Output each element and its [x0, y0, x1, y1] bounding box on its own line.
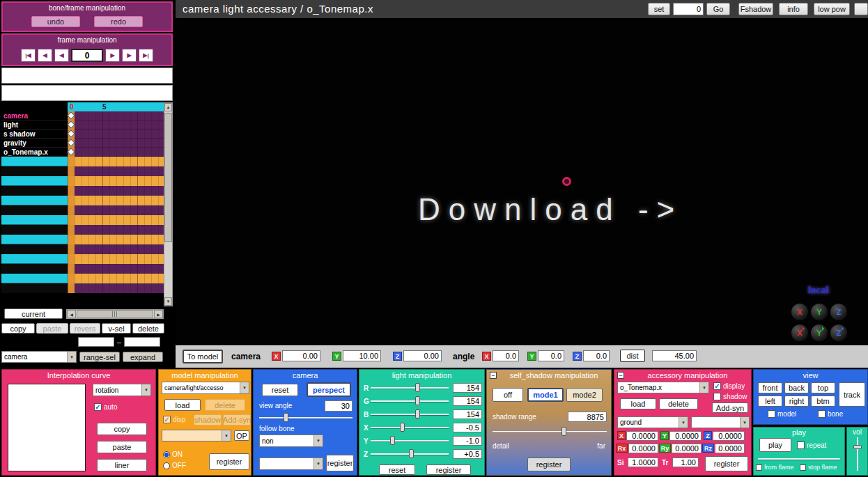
shadow-mode1-button[interactable]: mode1: [527, 388, 564, 402]
follow-bone-select[interactable]: non ▼: [259, 435, 323, 447]
v-sel-button[interactable]: v-sel: [102, 323, 131, 334]
accessory-add-syn-button[interactable]: Add-syn: [712, 402, 748, 413]
move-z-axis-icon[interactable]: Z: [830, 324, 847, 341]
shadow-off-button[interactable]: off: [493, 388, 523, 402]
model-add-syn-button[interactable]: Add-syn: [223, 414, 251, 425]
accessory-register-button[interactable]: register: [705, 456, 748, 471]
acc-rz-input[interactable]: 0.0000: [715, 444, 745, 453]
rotate-x-axis-icon[interactable]: X: [791, 304, 808, 320]
chevron-down-icon[interactable]: ▼: [240, 382, 249, 393]
prev-frame-button[interactable]: ◀: [54, 49, 69, 62]
light-y-value[interactable]: -1.0: [453, 436, 482, 446]
current-button[interactable]: current: [4, 308, 63, 319]
view-model-checkbox[interactable]: model: [768, 410, 796, 418]
render-viewport[interactable]: Download -> local X Y Z X Y Z: [176, 18, 868, 345]
light-x-slider[interactable]: [371, 423, 449, 432]
keyframe-diamond-icon[interactable]: [67, 139, 75, 146]
shadow-range-slider[interactable]: [493, 427, 607, 436]
paste-button[interactable]: paste: [36, 323, 68, 334]
next-keyframe-button[interactable]: ▶: [122, 49, 137, 62]
keyframe-diamond-icon[interactable]: [67, 120, 75, 128]
scrollbar-thumb[interactable]: [164, 113, 172, 242]
scroll-right-icon[interactable]: ▶: [154, 310, 163, 318]
camera-register-button[interactable]: register: [326, 455, 354, 471]
goto-frame-input[interactable]: 0: [673, 3, 704, 15]
play-range-slider[interactable]: [758, 458, 840, 460]
camera-reset-button[interactable]: reset: [262, 384, 298, 396]
light-y-slider[interactable]: [371, 436, 449, 445]
camera-y-input[interactable]: 10.00: [343, 350, 381, 361]
selected-bone-display[interactable]: [1, 68, 173, 84]
model-select[interactable]: camera/light/accesso ▼: [162, 382, 249, 394]
acc-z-input[interactable]: 0.0000: [713, 431, 745, 441]
accessory-shadow-checkbox[interactable]: shadow: [713, 393, 747, 400]
timeline-row-empty[interactable]: [1, 225, 68, 235]
expand-button[interactable]: expand: [123, 352, 163, 362]
camera-x-input[interactable]: 0.00: [282, 350, 320, 361]
light-z-slider[interactable]: [371, 449, 449, 458]
frame-number-input[interactable]: 0: [71, 49, 103, 62]
rotate-z-axis-icon[interactable]: Z: [830, 304, 847, 320]
timeline-vertical-scrollbar[interactable]: ▲ ▼: [164, 102, 173, 306]
timeline-row-empty[interactable]: [1, 166, 68, 176]
acc-ry-input[interactable]: 0.0000: [672, 444, 702, 453]
range-end-input[interactable]: [124, 337, 160, 347]
volume-slider[interactable]: [857, 437, 858, 471]
curve-linear-button[interactable]: liner: [97, 459, 147, 471]
selected-frame-display[interactable]: [1, 85, 173, 101]
shadow-mode2-button[interactable]: mode2: [566, 388, 603, 402]
chevron-down-icon[interactable]: ▼: [67, 352, 76, 362]
timeline-row-empty[interactable]: [1, 215, 68, 225]
timeline-row-empty[interactable]: [1, 176, 68, 186]
shadow-register-button[interactable]: register: [527, 458, 571, 471]
light-g-value[interactable]: 154: [453, 396, 482, 406]
view-bottom-button[interactable]: btm: [811, 396, 835, 407]
low-power-button[interactable]: low pow: [814, 3, 850, 15]
timeline-row-empty[interactable]: [1, 235, 68, 244]
timeline-row-empty[interactable]: [1, 283, 68, 293]
play-button[interactable]: play: [759, 438, 791, 452]
light-b-value[interactable]: 154: [453, 409, 482, 419]
chevron-down-icon[interactable]: ▼: [679, 417, 688, 428]
keyframe-diamond-icon[interactable]: [67, 130, 75, 137]
timeline-row-empty[interactable]: [1, 157, 68, 166]
range-start-input[interactable]: [78, 337, 114, 347]
curve-copy-button[interactable]: copy: [97, 423, 147, 435]
light-b-slider[interactable]: [371, 409, 449, 419]
timeline-row-sshadow[interactable]: s shadow: [1, 130, 68, 139]
dist-input[interactable]: 45.00: [652, 350, 697, 361]
view-bone-checkbox[interactable]: bone: [818, 410, 843, 418]
view-top-button[interactable]: top: [811, 382, 835, 393]
timeline-row-empty[interactable]: [1, 186, 68, 196]
info-button[interactable]: info: [779, 3, 808, 15]
move-x-axis-icon[interactable]: X: [791, 324, 808, 341]
scrollbar-thumb[interactable]: [77, 310, 153, 318]
op-button[interactable]: OP: [234, 430, 249, 441]
acc-rx-input[interactable]: 0.0000: [628, 444, 658, 453]
model-delete-button[interactable]: delete: [205, 399, 245, 411]
model-shadow-button[interactable]: shadow: [194, 414, 222, 425]
move-y-axis-icon[interactable]: Y: [811, 324, 828, 341]
acc-y-input[interactable]: 0.0000: [669, 431, 702, 441]
attach-bone-select[interactable]: ▼: [691, 416, 750, 428]
auto-checkbox[interactable]: auto: [94, 403, 117, 411]
physics-on-radio[interactable]: ON: [163, 451, 183, 458]
light-z-value[interactable]: +0.5: [453, 449, 482, 459]
tr-input[interactable]: 1.00: [672, 458, 699, 467]
si-input[interactable]: 1.0000: [628, 458, 658, 467]
acc-x-input[interactable]: 0.0000: [626, 431, 658, 441]
reverse-button[interactable]: revers: [70, 323, 100, 334]
scroll-up-icon[interactable]: ▲: [164, 103, 172, 111]
clipped-button[interactable]: [854, 3, 868, 15]
view-front-button[interactable]: front: [758, 382, 782, 393]
minimize-icon[interactable]: −: [490, 372, 497, 379]
chevron-down-icon[interactable]: ▼: [740, 417, 749, 428]
repeat-checkbox[interactable]: repeat: [797, 441, 826, 449]
light-reset-button[interactable]: reset: [379, 464, 415, 475]
scroll-left-icon[interactable]: ◀: [67, 310, 76, 318]
timeline-ruler[interactable]: 0 5: [68, 102, 164, 111]
last-frame-button[interactable]: ▶|: [139, 49, 153, 62]
physics-off-radio[interactable]: OFF: [163, 462, 186, 469]
timeline-grid[interactable]: [68, 111, 164, 293]
view-angle-input[interactable]: 30: [325, 400, 352, 412]
